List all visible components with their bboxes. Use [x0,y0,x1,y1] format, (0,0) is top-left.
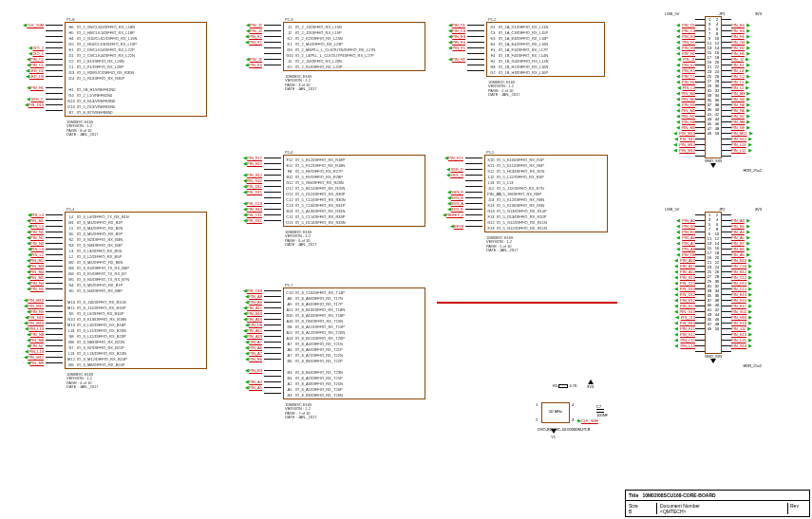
pin-net-nc [17,107,65,113]
hdr-pin-50 [722,153,762,158]
osc-Y1: 50 MHz [541,402,570,423]
pin-net-PIN_M9: ◀PIN_M9 [17,360,65,365]
fpga-block-P1-2: P1-2 ◀PIN_D1 ◀PIN_C3 ◀PIN_E3 ◀PIN_E4 ◀PI… [439,17,605,98]
header-JP1: USB_5VJP13V3 ◀PIN_D1 ◀PIN_C3 ◀PIN_E3 ◀PI… [665,11,762,173]
fpga-block-P1-7: P1-7 ◀PIN_C10 ◀PIN_A8 ◀PIN_A9 ◀PIN_A11 ◀… [236,283,425,420]
hdr-pin-50 [722,348,762,354]
hdr-pin-49 [665,348,705,354]
fpga-block-P1-8: P1-8 ◀CLK_50M ◀DIO_2 ◀DIO_1 ◀PIN_C2 ◀PIN… [17,17,207,138]
title-label: Title [629,492,638,498]
fpga-block-P1-6: P1-6 ◀PIN_F12 ◀PIN_E12 ◀PIN_B12 ◀PIN_G12… [236,150,425,248]
fpga-block-P1-3: P1-3 ◀PIN_J1 ◀PIN_J2 ◀PIN_K2 ◀PIN_K1 ◀PI… [236,17,425,92]
pin-net-KEY0: ◀KEY0 [437,223,484,229]
title-block: Title 10M02/08SCU169-CORE-BOARD SizeB Do… [625,490,810,517]
header-JP2: USB_5VJP23V3 ◀PIN_A2 ◀PIN_B3 ◀PIN_B5 ◀PI… [665,207,762,368]
fpga-block-P1-5: P1-5 ◀PIN_K11 ◀SSG_D ◀SSG_G ◀SSG_F ◀SSG_… [437,150,608,253]
pin-net-nc [439,67,486,73]
resistor-R5: R5 4.7K [553,383,577,388]
pin-net-PIN_K5: ◀PIN_K5 [236,62,283,67]
pin-net-nc [236,390,283,396]
hdr-pin-49 [665,153,705,158]
title-text: 10M02/08SCU169-CORE-BOARD [642,492,715,498]
cap-C7: C7100NF [596,404,608,417]
pin-net-PIN_D11: ◀PIN_D11 [236,217,283,223]
oscillator-block: 3V3 R5 4.7K 50 MHz 1 2 4 3 ◀CLK_50M C710… [503,380,617,446]
fpga-block-P1-4: P1-4 ◀PIN_L4 ◀PIN_M1 ◀PIN_L5 ◀PIN_N5 ◀PI… [17,207,207,390]
